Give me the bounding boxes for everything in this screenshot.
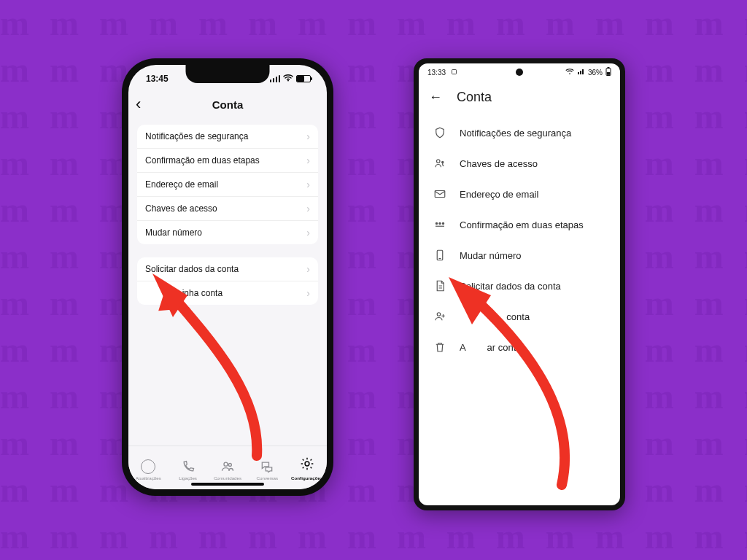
page-title: Conta (457, 90, 492, 105)
android-content: Notificações de segurança Chaves de aces… (419, 113, 620, 505)
iphone-notch (186, 65, 270, 83)
row-add-account[interactable]: Adicion conta (419, 301, 620, 332)
android-app-bar: ← Conta (419, 81, 620, 113)
svg-rect-6 (452, 69, 456, 74)
password-dots-icon (433, 218, 446, 231)
wifi-icon (283, 74, 293, 84)
wifi-icon (565, 68, 574, 77)
phone-icon (181, 459, 196, 474)
iphone-frame: 13:45 ‹ Conta Notificações de segurança (122, 58, 333, 496)
tab-calls[interactable]: Ligações (169, 459, 207, 481)
svg-point-1 (224, 462, 228, 466)
android-screen: 13:33 36% (419, 63, 620, 505)
battery-icon (605, 67, 611, 77)
row-label: A inha conta (145, 288, 222, 298)
row-label: Endereço de email (145, 179, 218, 190)
iphone-screen: 13:45 ‹ Conta Notificações de segurança (128, 65, 327, 489)
row-label: Notificações de segurança (145, 131, 248, 141)
row-two-step[interactable]: Confirmação em duas etapas › (137, 148, 318, 172)
row-delete-account[interactable]: A inha conta › (137, 281, 318, 305)
svg-point-16 (442, 222, 444, 224)
svg-rect-13 (435, 191, 445, 198)
gear-icon (300, 456, 314, 474)
chevron-right-icon: › (306, 131, 310, 142)
sim-phone-icon (433, 249, 446, 262)
row-security-notifications[interactable]: Notificações de segurança (419, 117, 620, 148)
row-label: Endereço de email (460, 189, 538, 200)
row-passkeys[interactable]: Chaves de acesso › (137, 196, 318, 220)
row-label: Mudar número (145, 228, 202, 238)
svg-point-15 (439, 222, 441, 224)
document-icon (433, 279, 446, 292)
svg-rect-10 (607, 72, 610, 75)
tab-label: Comunidades (214, 475, 241, 481)
back-button[interactable]: ‹ (136, 96, 141, 112)
row-email[interactable]: Endereço de email (419, 179, 620, 209)
row-change-number[interactable]: Mudar número (419, 240, 620, 271)
chevron-right-icon: › (306, 203, 310, 214)
tab-chats[interactable]: Conversas (248, 459, 286, 481)
svg-point-2 (228, 464, 231, 467)
row-label: Confirmação em duas etapas (145, 155, 260, 166)
trash-icon (433, 341, 446, 354)
battery-label: 36% (588, 69, 603, 77)
cellular-signal-icon (577, 68, 585, 77)
settings-group-2: Solicitar dados da conta › A inha conta … (137, 257, 318, 305)
ios-status-time: 13:45 (146, 74, 169, 84)
svg-point-0 (287, 80, 289, 82)
status-circle-icon (141, 459, 155, 474)
svg-point-18 (437, 313, 441, 316)
camera-punch-hole (516, 69, 523, 76)
person-plus-icon (433, 310, 446, 323)
row-label: Confirmação em duas etapas (460, 219, 584, 230)
tab-settings[interactable]: Configurações (288, 456, 326, 481)
tab-communities[interactable]: Comunidades (209, 459, 247, 481)
svg-point-11 (437, 160, 441, 163)
key-person-icon (433, 157, 446, 170)
chevron-right-icon: › (306, 227, 310, 238)
tab-label: Configurações (291, 475, 322, 481)
row-label: Chaves de acesso (460, 158, 538, 169)
row-request-data[interactable]: Solicitar dados da conta › (137, 257, 318, 281)
people-icon (220, 459, 235, 474)
ios-nav-bar: ‹ Conta (128, 93, 327, 116)
svg-rect-9 (608, 67, 610, 69)
chevron-right-icon: › (306, 263, 310, 275)
chat-bubbles-icon (260, 459, 274, 474)
mail-icon (433, 187, 446, 201)
row-two-step[interactable]: Confirmação em duas etapas (419, 209, 620, 240)
row-label: Solicitar dados da conta (460, 281, 561, 292)
row-email[interactable]: Endereço de email › (137, 172, 318, 196)
row-label: Notificações de segurança (460, 128, 571, 139)
chevron-right-icon: › (306, 287, 310, 299)
notification-icon (451, 69, 457, 77)
page-title: Conta (128, 98, 327, 111)
battery-icon (296, 75, 311, 82)
comparison-stage: 13:45 ‹ Conta Notificações de segurança (0, 0, 747, 560)
shield-icon (433, 126, 446, 139)
row-change-number[interactable]: Mudar número › (137, 220, 318, 244)
android-frame: 13:33 36% (414, 58, 625, 510)
row-request-data[interactable]: Solicitar dados da conta (419, 271, 620, 301)
row-label: Mudar número (460, 250, 522, 261)
row-security-notifications[interactable]: Notificações de segurança › (137, 125, 318, 148)
tab-label: Conversas (257, 475, 279, 481)
chevron-right-icon: › (306, 155, 310, 166)
row-label: Solicitar dados da conta (145, 264, 239, 274)
chevron-right-icon: › (306, 179, 310, 190)
settings-group-1: Notificações de segurança › Confirmação … (137, 125, 318, 244)
home-indicator[interactable] (191, 483, 264, 486)
row-label: Adicion conta (460, 311, 530, 322)
back-button[interactable]: ← (429, 90, 442, 105)
row-label: A pag ar conta (460, 342, 522, 353)
svg-point-3 (305, 462, 309, 466)
tab-label: Atualizações (136, 475, 161, 481)
row-label: Chaves de acesso (145, 203, 217, 214)
svg-point-7 (569, 73, 570, 74)
android-status-time: 13:33 (427, 69, 446, 77)
tab-updates[interactable]: Atualizações (129, 459, 167, 481)
ios-content: Notificações de segurança › Confirmação … (128, 116, 327, 446)
cellular-signal-icon (270, 75, 281, 82)
row-passkeys[interactable]: Chaves de acesso (419, 148, 620, 179)
row-delete-account[interactable]: A pag ar conta (419, 332, 620, 362)
